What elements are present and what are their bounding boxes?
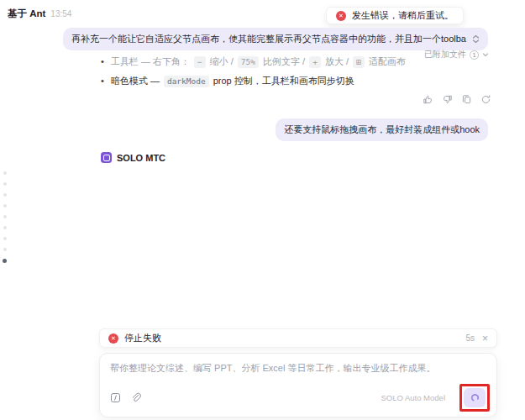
user-message-text: 再补充一个能让它自适应父节点画布，使其能完整展示再父节点容器中的功能，并且加一个… [71,33,466,45]
thumbs-up-icon[interactable] [423,94,433,105]
timeline-dot[interactable] [3,193,7,197]
expand-collapse-icon[interactable] [472,34,480,44]
slash-command-icon[interactable] [110,392,121,403]
timeline-dot[interactable] [3,182,7,186]
message-timeline [3,171,7,263]
bullet-text: 暗色模式 — [111,75,160,87]
spinner-icon [470,393,480,402]
timeline-dot[interactable] [3,226,7,229]
composer-toolbar: SOLO Auto Model [110,384,490,412]
agent-label: SOLO MTC [117,153,165,163]
mode-label: SOLO Auto Model [381,393,445,402]
bullet-text: 比例文字 / [263,55,305,68]
bullet-dot: • [101,55,104,68]
user-message-text: 还要支持鼠标拖拽画布，最好封装成组件或hook [284,123,480,136]
user-message-bubble: 再补充一个能让它自适应父节点画布，使其能完整展示再父节点容器中的功能，并且加一个… [63,28,488,50]
timeline-dot[interactable] [3,248,7,251]
darkmode-code-chip: darkMode [164,76,209,87]
thumbs-down-icon[interactable] [442,94,453,105]
attach-paperclip-icon[interactable] [130,392,141,403]
assistant-message: • 工具栏 — 右下角： − 缩小 / 75% 比例文字 / + 放大 / ⊞ … [101,55,406,94]
error-toast: ✕ 发生错误，请稍后重试。 [326,7,464,24]
chat-page: 基于 Ant 13:54 ✕ 发生错误，请稍后重试。 再补充一个能让它自适应父节… [0,0,525,420]
attachment-count-badge: 1 [470,50,479,60]
stop-failed-toast: ✕ 停止失败 5s × [99,328,497,348]
conversation-title: 基于 Ant [8,8,45,20]
bullet-darkmode: • 暗色模式 — darkMode prop 控制，工具栏和画布同步切换 [101,75,406,87]
stop-failed-message: 停止失败 [124,332,161,344]
error-circle-icon: ✕ [108,333,118,344]
red-annotation-box [459,384,490,412]
timeline-dot[interactable] [3,171,7,175]
bullet-text: prop 控制，工具栏和画布同步切换 [213,75,354,87]
toast-countdown: 5s [465,333,475,343]
bullet-text: 放大 / [325,55,349,68]
close-icon[interactable]: × [482,333,488,344]
message-action-bar [423,94,491,105]
timeline-dot-active[interactable] [3,259,7,263]
timeline-dot[interactable] [3,204,7,207]
timeline-dot[interactable] [3,237,7,240]
attachment-row[interactable]: 已附加文件 1 [424,49,489,60]
bullet-text: 工具栏 — 右下角： [111,55,190,68]
bullet-dot: • [101,75,104,87]
user-message-bubble: 还要支持鼠标拖拽画布，最好封装成组件或hook [276,118,488,141]
send-stop-button[interactable] [464,388,486,407]
agent-chip[interactable]: SOLO MTC [101,152,165,163]
bullet-text: 缩小 / [210,55,234,68]
bullet-toolbar: • 工具栏 — 右下角： − 缩小 / 75% 比例文字 / + 放大 / ⊞ … [101,55,406,68]
error-circle-icon: ✕ [336,11,346,21]
timeline-dot[interactable] [3,215,7,218]
composer: SOLO Auto Model [99,353,497,417]
zoom-out-chip: − [194,56,206,68]
conversation-time: 13:54 [50,9,71,18]
zoom-in-chip: + [309,56,321,68]
fit-canvas-chip: ⊞ [353,56,365,68]
conversation-header: 基于 Ant 13:54 [8,8,71,20]
chevron-down-icon[interactable] [482,51,489,58]
zoom-percent-chip: 75% [238,56,259,68]
bullet-text: 适配画布 [369,55,406,68]
solo-logo-icon [101,152,112,163]
copy-icon[interactable] [461,94,472,105]
attachment-label: 已附加文件 [424,49,466,60]
regenerate-icon[interactable] [480,94,491,105]
error-toast-message: 发生错误，请稍后重试。 [352,9,454,22]
